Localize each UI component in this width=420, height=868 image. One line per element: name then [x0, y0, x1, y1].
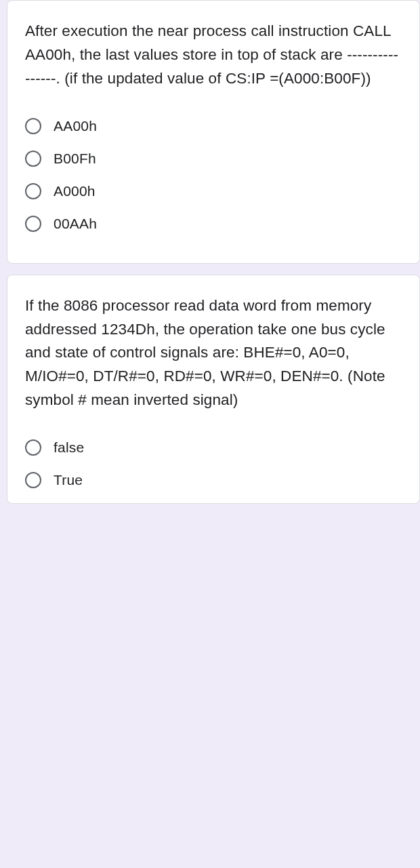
option-label: AA00h	[54, 118, 97, 134]
radio-icon	[25, 118, 41, 134]
question-card: If the 8086 processor read data word fro…	[7, 275, 420, 504]
option-label: 00AAh	[54, 216, 97, 232]
radio-option[interactable]: false	[25, 431, 402, 464]
radio-option[interactable]: A000h	[25, 175, 402, 208]
option-label: A000h	[54, 183, 96, 199]
option-label: false	[54, 439, 84, 456]
question-card: After execution the near process call in…	[7, 0, 420, 264]
radio-icon	[25, 472, 41, 488]
radio-option[interactable]: AA00h	[25, 110, 402, 142]
radio-icon	[25, 151, 41, 167]
option-label: True	[54, 472, 83, 488]
radio-option[interactable]: B00Fh	[25, 142, 402, 175]
radio-icon	[25, 216, 41, 232]
question-text: After execution the near process call in…	[25, 20, 402, 91]
radio-icon	[25, 439, 41, 456]
options-group: AA00h B00Fh A000h 00AAh	[25, 110, 402, 240]
question-text: If the 8086 processor read data word fro…	[25, 294, 402, 412]
options-group: false True	[25, 431, 402, 496]
radio-option[interactable]: 00AAh	[25, 208, 402, 240]
radio-icon	[25, 183, 41, 199]
option-label: B00Fh	[54, 151, 96, 167]
radio-option[interactable]: True	[25, 464, 402, 496]
